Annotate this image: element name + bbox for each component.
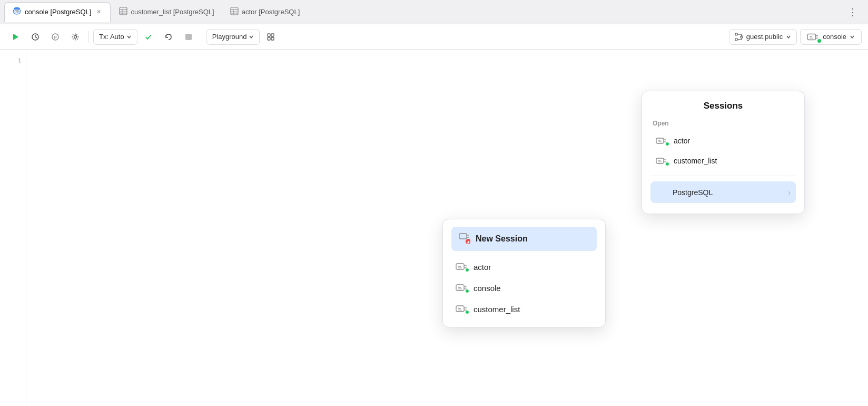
sessions-panel: Sessions Open actor c [642,91,805,214]
conn-base-icon-customer [656,157,666,165]
settings-button[interactable] [66,28,84,46]
chevron-down-icon [126,34,132,40]
chevron-down-icon-2 [249,34,254,40]
schema-selector[interactable]: guest.public [729,29,797,45]
svg-rect-40 [656,158,664,163]
divider-2 [202,31,202,43]
svg-rect-18 [185,34,192,40]
svg-rect-35 [656,138,664,143]
list-console-conn-icon [456,283,468,293]
session-list-customer-label: customer_list [474,305,520,314]
tab-actor[interactable]: actor [PostgreSQL] [223,2,308,22]
panel-divider [650,176,796,176]
connection-icon [807,32,818,42]
conn-base-icon-actor [656,137,666,145]
svg-rect-30 [807,34,815,40]
svg-rect-3 [120,7,127,15]
table-icon-customer [119,7,127,17]
run-button[interactable] [6,28,24,46]
list-customer-dot [465,310,469,314]
line-numbers: 1 [0,50,26,406]
session-list-actor-label: actor [474,263,491,272]
svg-rect-46 [459,234,467,239]
more-tabs-button[interactable]: ⋮ [843,4,864,20]
toolbar: P Tx: Auto Playground [0,24,868,50]
rollback-button[interactable] [160,28,177,46]
session-list-item-actor[interactable]: actor [451,256,597,277]
list-console-dot [465,289,469,293]
pin-button[interactable]: P [46,28,64,46]
playground-label: Playground [212,33,247,41]
console-label: console [823,33,846,41]
close-tab-console[interactable]: ✕ [94,8,103,16]
new-session-label: New Session [476,234,528,244]
sessions-open-label: Open [650,120,796,127]
new-session-button[interactable]: ★ New Session [451,227,597,251]
line-number-1: 1 [4,56,22,67]
console-session-btn[interactable]: console [800,29,862,45]
svg-rect-24 [735,38,737,41]
list-customer-conn-icon [456,304,468,314]
stop-button[interactable] [180,28,198,46]
tab-bar: 🐘 console [PostgreSQL] ✕ customer_list [… [0,0,868,24]
tab-console-label: console [PostgreSQL] [25,8,91,16]
svg-rect-20 [271,34,274,36]
tx-dropdown[interactable]: Tx: Auto [93,29,137,45]
tab-customer-list[interactable]: customer_list [PostgreSQL] [112,2,221,22]
console-conn-icon [807,32,820,42]
session-list-item-console[interactable]: console [451,277,597,298]
svg-text:P: P [54,35,57,40]
sessions-title: Sessions [650,101,796,111]
tab-customer-list-label: customer_list [PostgreSQL] [131,8,214,16]
svg-text:🐘: 🐘 [15,8,20,13]
svg-rect-8 [231,7,238,15]
svg-rect-21 [268,37,270,40]
sessions-panel-item-customer-list[interactable]: customer_list [650,151,796,170]
playground-dropdown[interactable]: Playground [206,29,260,45]
session-list-popup: ★ New Session actor [442,219,606,327]
new-session-icon: ★ [459,232,470,246]
toolbar-right: guest.public console [729,29,862,45]
svg-rect-19 [268,34,270,36]
sessions-panel-item-actor[interactable]: actor [650,131,796,150]
history-button[interactable] [26,28,44,46]
sessions-panel-postgresql-label: PostgreSQL [673,188,783,197]
table-icon-actor [230,7,239,17]
tab-console[interactable]: 🐘 console [PostgreSQL] ✕ [4,2,111,22]
session-list-console-label: console [474,284,501,293]
svg-rect-22 [271,37,274,40]
session-list-item-customer-list[interactable]: customer_list [451,298,597,320]
sessions-panel-postgresql[interactable]: 🐘 PostgreSQL › [650,181,796,203]
chevron-down-icon-3 [786,34,791,40]
schema-label: guest.public [746,33,783,41]
commit-button[interactable] [140,28,157,46]
list-actor-dot [465,268,469,272]
svg-marker-13 [13,34,18,40]
customer-active-dot [665,162,669,166]
actor-conn-icon [656,136,668,146]
svg-text:🐘: 🐘 [656,186,667,197]
svg-text:★: ★ [467,240,470,244]
postgresql-chevron-icon: › [788,188,791,197]
postgres-icon: 🐘 [12,6,22,17]
grid-button[interactable] [262,28,280,46]
list-actor-conn-icon [456,262,468,272]
sessions-panel-actor-label: actor [674,137,791,145]
actor-active-dot [665,142,669,146]
postgresql-elephant-icon: 🐘 [656,186,667,199]
customer-conn-icon [656,156,668,166]
svg-point-17 [74,35,77,38]
svg-rect-23 [735,33,737,35]
tab-actor-label: actor [PostgreSQL] [242,8,300,16]
chevron-down-icon-4 [850,34,855,40]
sessions-panel-customer-label: customer_list [674,157,791,165]
divider-1 [88,31,89,43]
tx-label: Tx: Auto [99,33,124,41]
schema-icon [735,33,743,41]
console-active-dot [817,39,821,43]
